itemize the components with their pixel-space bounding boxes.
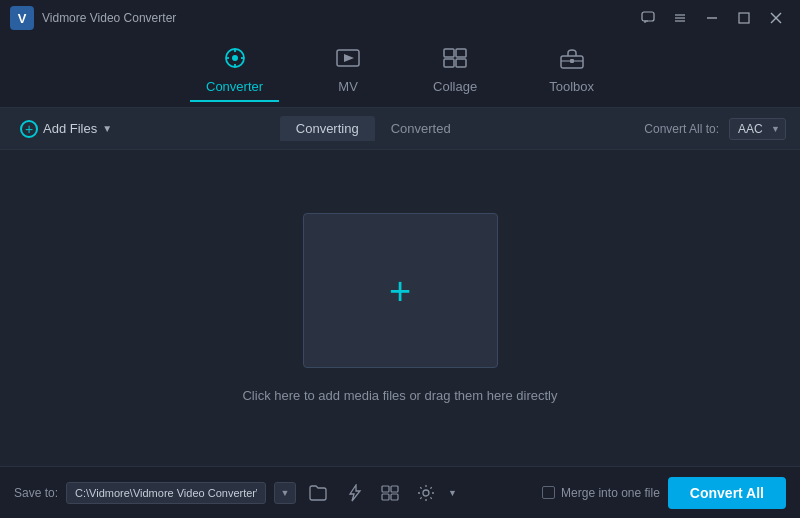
output-button[interactable] bbox=[376, 479, 404, 507]
tab-toolbox[interactable]: Toolbox bbox=[533, 41, 610, 102]
nav-tabs: Converter MV Collage bbox=[0, 36, 800, 108]
bottom-bar: Save to: ▼ ▼ Merge into one file C bbox=[0, 466, 800, 518]
svg-rect-17 bbox=[444, 49, 454, 57]
settings-button[interactable] bbox=[412, 479, 440, 507]
merge-text: Merge into one file bbox=[561, 486, 660, 500]
status-tabs: Converting Converted bbox=[280, 116, 467, 141]
app-logo: V bbox=[10, 6, 34, 30]
add-icon: + bbox=[20, 120, 38, 138]
tab-mv[interactable]: MV bbox=[319, 41, 377, 102]
merge-label[interactable]: Merge into one file bbox=[542, 486, 660, 500]
chat-button[interactable] bbox=[634, 7, 662, 29]
save-to-label: Save to: bbox=[14, 486, 58, 500]
format-select[interactable]: AAC MP3 MP4 AVI bbox=[729, 118, 786, 140]
minimize-button[interactable] bbox=[698, 7, 726, 29]
title-bar: V Vidmore Video Converter bbox=[0, 0, 800, 36]
tab-converter[interactable]: Converter bbox=[190, 41, 279, 102]
window-controls bbox=[634, 7, 790, 29]
main-content: + Click here to add media files or drag … bbox=[0, 150, 800, 466]
save-path-dropdown[interactable]: ▼ bbox=[274, 482, 296, 504]
svg-rect-18 bbox=[456, 49, 466, 57]
collage-icon bbox=[442, 47, 468, 75]
svg-rect-24 bbox=[382, 486, 389, 492]
close-button[interactable] bbox=[762, 7, 790, 29]
svg-text:V: V bbox=[18, 11, 27, 26]
settings-arrow: ▼ bbox=[448, 488, 457, 498]
add-files-label: Add Files bbox=[43, 121, 97, 136]
svg-rect-19 bbox=[444, 59, 454, 67]
format-select-wrapper: AAC MP3 MP4 AVI ▼ bbox=[729, 118, 786, 140]
tab-collage[interactable]: Collage bbox=[417, 41, 493, 102]
flash-button[interactable] bbox=[340, 479, 368, 507]
add-files-dropdown-arrow: ▼ bbox=[102, 123, 112, 134]
add-files-button[interactable]: + Add Files ▼ bbox=[14, 116, 118, 142]
sub-toolbar: + Add Files ▼ Converting Converted Conve… bbox=[0, 108, 800, 150]
svg-point-28 bbox=[423, 490, 429, 496]
menu-button[interactable] bbox=[666, 7, 694, 29]
svg-rect-23 bbox=[570, 59, 574, 63]
svg-rect-25 bbox=[391, 486, 398, 492]
svg-rect-26 bbox=[382, 494, 389, 500]
svg-rect-27 bbox=[391, 494, 398, 500]
svg-rect-2 bbox=[642, 12, 654, 21]
toolbox-icon bbox=[559, 47, 585, 75]
tab-mv-label: MV bbox=[338, 79, 358, 94]
convert-all-button[interactable]: Convert All bbox=[668, 477, 786, 509]
drop-zone[interactable]: + bbox=[303, 213, 498, 368]
tab-converter-label: Converter bbox=[206, 79, 263, 94]
svg-rect-20 bbox=[456, 59, 466, 67]
drop-zone-hint: Click here to add media files or drag th… bbox=[242, 388, 557, 403]
converting-tab[interactable]: Converting bbox=[280, 116, 375, 141]
svg-rect-7 bbox=[739, 13, 749, 23]
folder-button[interactable] bbox=[304, 479, 332, 507]
save-path-input[interactable] bbox=[66, 482, 266, 504]
tab-toolbox-label: Toolbox bbox=[549, 79, 594, 94]
convert-all-label: Convert All to: bbox=[644, 122, 719, 136]
svg-point-11 bbox=[232, 55, 238, 61]
converter-icon bbox=[222, 47, 248, 75]
tab-collage-label: Collage bbox=[433, 79, 477, 94]
app-title: Vidmore Video Converter bbox=[42, 11, 634, 25]
converted-tab[interactable]: Converted bbox=[375, 116, 467, 141]
merge-checkbox[interactable] bbox=[542, 486, 555, 499]
mv-icon bbox=[335, 47, 361, 75]
plus-icon: + bbox=[389, 272, 411, 310]
maximize-button[interactable] bbox=[730, 7, 758, 29]
